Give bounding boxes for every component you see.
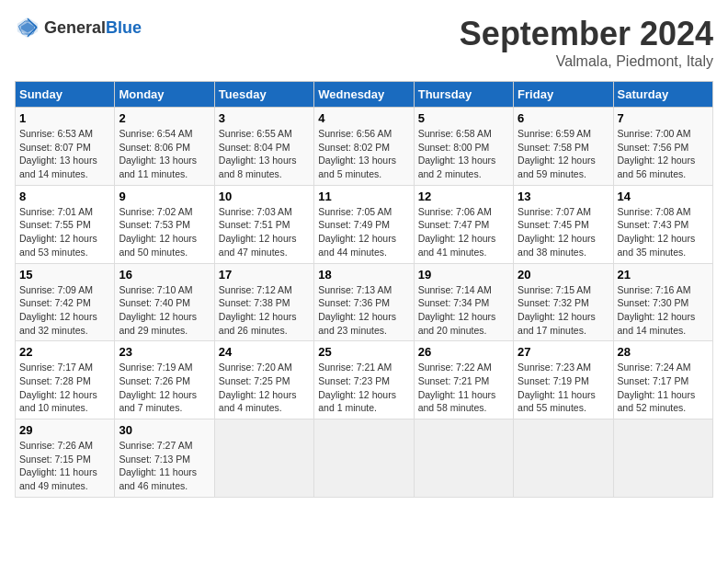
calendar-cell (414, 419, 513, 498)
day-number: 15 (19, 268, 110, 282)
calendar-cell: 25Sunrise: 7:21 AM Sunset: 7:23 PM Dayli… (314, 341, 414, 419)
day-number: 9 (119, 190, 210, 203)
day-info: Sunrise: 6:59 AM Sunset: 7:58 PM Dayligh… (518, 127, 609, 181)
calendar-body: 1Sunrise: 6:53 AM Sunset: 8:07 PM Daylig… (16, 108, 713, 498)
day-info: Sunrise: 7:03 AM Sunset: 7:51 PM Dayligh… (219, 205, 310, 259)
calendar-cell: 15Sunrise: 7:09 AM Sunset: 7:42 PM Dayli… (16, 263, 115, 341)
calendar-cell: 3Sunrise: 6:55 AM Sunset: 8:04 PM Daylig… (214, 108, 313, 186)
day-info: Sunrise: 7:02 AM Sunset: 7:53 PM Dayligh… (119, 205, 210, 259)
day-info: Sunrise: 7:17 AM Sunset: 7:28 PM Dayligh… (19, 361, 110, 415)
col-sunday: Sunday (16, 82, 115, 108)
day-number: 4 (318, 111, 409, 125)
day-info: Sunrise: 7:14 AM Sunset: 7:34 PM Dayligh… (418, 283, 509, 338)
day-info: Sunrise: 6:54 AM Sunset: 8:06 PM Dayligh… (119, 127, 210, 181)
calendar-cell (214, 419, 313, 498)
calendar-week-1: 1Sunrise: 6:53 AM Sunset: 8:07 PM Daylig… (16, 108, 713, 186)
day-number: 2 (119, 111, 210, 125)
day-info: Sunrise: 7:15 AM Sunset: 7:32 PM Dayligh… (518, 283, 609, 338)
day-info: Sunrise: 7:16 AM Sunset: 7:30 PM Dayligh… (618, 283, 709, 338)
calendar-cell (613, 419, 712, 498)
day-number: 28 (618, 345, 709, 359)
calendar-table: Sunday Monday Tuesday Wednesday Thursday… (15, 81, 713, 498)
calendar-cell: 24Sunrise: 7:20 AM Sunset: 7:25 PM Dayli… (214, 341, 313, 419)
day-info: Sunrise: 7:22 AM Sunset: 7:21 PM Dayligh… (418, 361, 509, 415)
calendar-cell: 20Sunrise: 7:15 AM Sunset: 7:32 PM Dayli… (514, 263, 613, 341)
day-info: Sunrise: 6:53 AM Sunset: 8:07 PM Dayligh… (19, 127, 110, 181)
day-info: Sunrise: 6:58 AM Sunset: 8:00 PM Dayligh… (418, 127, 509, 181)
calendar-cell: 2Sunrise: 6:54 AM Sunset: 8:06 PM Daylig… (115, 108, 214, 186)
calendar-cell: 14Sunrise: 7:08 AM Sunset: 7:43 PM Dayli… (613, 185, 712, 263)
location: Valmala, Piedmont, Italy (460, 53, 713, 70)
day-number: 21 (618, 268, 709, 282)
day-number: 12 (418, 190, 509, 203)
col-monday: Monday (115, 82, 214, 108)
day-number: 29 (19, 423, 110, 437)
calendar-cell: 7Sunrise: 7:00 AM Sunset: 7:56 PM Daylig… (613, 108, 712, 186)
logo-general: General (44, 18, 106, 37)
day-info: Sunrise: 7:10 AM Sunset: 7:40 PM Dayligh… (119, 283, 210, 338)
day-number: 30 (119, 423, 210, 437)
calendar-week-5: 29Sunrise: 7:26 AM Sunset: 7:15 PM Dayli… (16, 419, 713, 498)
calendar-cell (514, 419, 613, 498)
calendar-cell: 17Sunrise: 7:12 AM Sunset: 7:38 PM Dayli… (214, 263, 313, 341)
day-info: Sunrise: 6:55 AM Sunset: 8:04 PM Dayligh… (219, 127, 310, 181)
calendar-cell: 26Sunrise: 7:22 AM Sunset: 7:21 PM Dayli… (414, 341, 513, 419)
day-number: 26 (418, 345, 509, 359)
day-info: Sunrise: 7:13 AM Sunset: 7:36 PM Dayligh… (318, 283, 409, 338)
calendar-cell: 8Sunrise: 7:01 AM Sunset: 7:55 PM Daylig… (16, 185, 115, 263)
day-number: 6 (518, 111, 609, 125)
day-info: Sunrise: 7:07 AM Sunset: 7:45 PM Dayligh… (518, 205, 609, 259)
logo-icon (15, 15, 40, 40)
calendar-cell: 23Sunrise: 7:19 AM Sunset: 7:26 PM Dayli… (115, 341, 214, 419)
day-number: 25 (318, 345, 409, 359)
logo: GeneralBlue (15, 15, 142, 40)
calendar-week-3: 15Sunrise: 7:09 AM Sunset: 7:42 PM Dayli… (16, 263, 713, 341)
day-info: Sunrise: 7:05 AM Sunset: 7:49 PM Dayligh… (318, 205, 409, 259)
calendar-cell: 12Sunrise: 7:06 AM Sunset: 7:47 PM Dayli… (414, 185, 513, 263)
day-number: 5 (418, 111, 509, 125)
day-number: 17 (219, 268, 310, 282)
day-info: Sunrise: 7:00 AM Sunset: 7:56 PM Dayligh… (618, 127, 709, 181)
day-info: Sunrise: 7:27 AM Sunset: 7:13 PM Dayligh… (119, 439, 210, 493)
header-row: Sunday Monday Tuesday Wednesday Thursday… (16, 82, 713, 108)
calendar-cell: 9Sunrise: 7:02 AM Sunset: 7:53 PM Daylig… (115, 185, 214, 263)
day-number: 23 (119, 345, 210, 359)
calendar-header: Sunday Monday Tuesday Wednesday Thursday… (16, 82, 713, 108)
day-info: Sunrise: 6:56 AM Sunset: 8:02 PM Dayligh… (318, 127, 409, 181)
day-info: Sunrise: 7:19 AM Sunset: 7:26 PM Dayligh… (119, 361, 210, 415)
calendar-cell: 4Sunrise: 6:56 AM Sunset: 8:02 PM Daylig… (314, 108, 414, 186)
col-saturday: Saturday (613, 82, 712, 108)
day-number: 20 (518, 268, 609, 282)
day-info: Sunrise: 7:06 AM Sunset: 7:47 PM Dayligh… (418, 205, 509, 259)
calendar-cell: 29Sunrise: 7:26 AM Sunset: 7:15 PM Dayli… (16, 419, 115, 498)
calendar-cell: 21Sunrise: 7:16 AM Sunset: 7:30 PM Dayli… (613, 263, 712, 341)
day-info: Sunrise: 7:09 AM Sunset: 7:42 PM Dayligh… (19, 283, 110, 338)
day-info: Sunrise: 7:23 AM Sunset: 7:19 PM Dayligh… (518, 361, 609, 415)
calendar-cell: 22Sunrise: 7:17 AM Sunset: 7:28 PM Dayli… (16, 341, 115, 419)
calendar-week-4: 22Sunrise: 7:17 AM Sunset: 7:28 PM Dayli… (16, 341, 713, 419)
day-number: 16 (119, 268, 210, 282)
day-info: Sunrise: 7:21 AM Sunset: 7:23 PM Dayligh… (318, 361, 409, 415)
calendar-cell (314, 419, 414, 498)
calendar-cell: 16Sunrise: 7:10 AM Sunset: 7:40 PM Dayli… (115, 263, 214, 341)
day-info: Sunrise: 7:08 AM Sunset: 7:43 PM Dayligh… (618, 205, 709, 259)
calendar-cell: 10Sunrise: 7:03 AM Sunset: 7:51 PM Dayli… (214, 185, 313, 263)
calendar-cell: 1Sunrise: 6:53 AM Sunset: 8:07 PM Daylig… (16, 108, 115, 186)
logo-text: GeneralBlue (44, 18, 142, 38)
day-number: 8 (19, 190, 110, 203)
day-number: 3 (219, 111, 310, 125)
calendar-cell: 28Sunrise: 7:24 AM Sunset: 7:17 PM Dayli… (613, 341, 712, 419)
day-info: Sunrise: 7:20 AM Sunset: 7:25 PM Dayligh… (219, 361, 310, 415)
col-tuesday: Tuesday (214, 82, 313, 108)
day-info: Sunrise: 7:24 AM Sunset: 7:17 PM Dayligh… (618, 361, 709, 415)
calendar-cell: 27Sunrise: 7:23 AM Sunset: 7:19 PM Dayli… (514, 341, 613, 419)
calendar-week-2: 8Sunrise: 7:01 AM Sunset: 7:55 PM Daylig… (16, 185, 713, 263)
calendar-cell: 18Sunrise: 7:13 AM Sunset: 7:36 PM Dayli… (314, 263, 414, 341)
col-wednesday: Wednesday (314, 82, 414, 108)
page-header: GeneralBlue September 2024 Valmala, Pied… (15, 15, 713, 70)
title-block: September 2024 Valmala, Piedmont, Italy (460, 15, 713, 70)
day-number: 13 (518, 190, 609, 203)
day-number: 14 (618, 190, 709, 203)
calendar-cell: 13Sunrise: 7:07 AM Sunset: 7:45 PM Dayli… (514, 185, 613, 263)
day-number: 11 (318, 190, 409, 203)
